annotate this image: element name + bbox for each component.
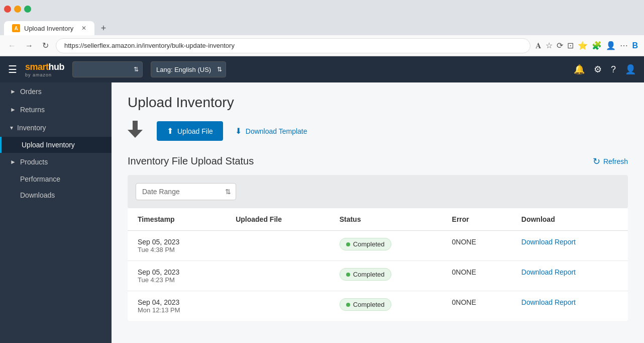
table-row: Sep 05, 2023 Tue 4:23 PM Completed 0NONE: [128, 261, 628, 291]
sidebar-inventory-label: Inventory: [17, 124, 46, 132]
date-range-select[interactable]: Date Range: [136, 183, 236, 200]
upload-file-button[interactable]: ⬆ Upload File: [157, 121, 223, 141]
sidebar-item-returns[interactable]: ► Returns: [0, 101, 112, 119]
orders-chevron-icon: ►: [10, 88, 16, 95]
read-aloud-icon[interactable]: 𝐀: [535, 41, 542, 50]
forward-button[interactable]: →: [23, 39, 35, 52]
sidebar-downloads-label: Downloads: [20, 191, 55, 199]
sidebar-item-upload-inventory[interactable]: Upload Inventory: [0, 137, 112, 153]
tab-title: Upload Inventory: [24, 25, 77, 32]
col-uploaded-file: Uploaded File: [226, 208, 330, 231]
cell-error: 0NONE: [442, 291, 511, 321]
status-badge: Completed: [340, 238, 391, 250]
maximize-window-button[interactable]: [24, 6, 31, 13]
address-bar[interactable]: https://sellerflex.amazon.in/inventory/b…: [56, 38, 530, 53]
browser-controls[interactable]: [4, 6, 31, 13]
refresh-button[interactable]: ↻ Refresh: [593, 156, 628, 167]
timestamp-time: Mon 12:13 PM: [138, 306, 216, 314]
help-icon[interactable]: ?: [611, 64, 616, 75]
status-label: Completed: [353, 271, 385, 278]
minimize-window-button[interactable]: [14, 6, 21, 13]
user-icon[interactable]: 👤: [625, 64, 636, 75]
inventory-chevron-icon: ▾: [10, 124, 13, 131]
browser-addressbar: ← → ↻ https://sellerflex.amazon.in/inven…: [0, 35, 644, 56]
timestamp-date: Sep 05, 2023: [138, 268, 216, 276]
timestamp-date: Sep 05, 2023: [138, 238, 216, 246]
col-download: Download: [511, 208, 628, 231]
sidebar-performance-label: Performance: [20, 175, 60, 183]
refresh-label: Refresh: [603, 157, 628, 165]
lang-selector-wrapper[interactable]: Lang: English (US): [151, 61, 226, 77]
svg-marker-1: [128, 130, 143, 138]
extensions-icon[interactable]: 🧩: [592, 41, 602, 50]
upload-file-label: Upload File: [177, 127, 213, 135]
close-window-button[interactable]: [4, 6, 11, 13]
cell-download: Download Report: [511, 261, 628, 291]
status-dot-icon: [346, 273, 350, 277]
upload-arrow-icon: [128, 121, 143, 141]
download-template-icon: ⬇: [235, 126, 242, 136]
app-topbar: ☰ smarthub by amazon Lang: English (US) …: [0, 56, 644, 82]
store-selector-wrapper[interactable]: [72, 61, 143, 77]
hamburger-menu-button[interactable]: ☰: [8, 63, 17, 75]
sidebar-item-products[interactable]: ► Products: [0, 153, 112, 171]
refresh-icon[interactable]: ⟳: [557, 41, 563, 50]
sidebar-item-downloads[interactable]: Downloads: [0, 187, 112, 203]
col-error: Error: [442, 208, 511, 231]
status-table: Timestamp Uploaded File Status Error Dow…: [128, 208, 628, 321]
cell-error: 0NONE: [442, 261, 511, 291]
filter-bar: Date Range: [128, 175, 628, 208]
download-template-button[interactable]: ⬇ Download Template: [235, 126, 307, 136]
back-button[interactable]: ←: [6, 39, 18, 52]
sidebar: ► Orders ► Returns ▾ Inventory Upload In…: [0, 82, 112, 343]
download-report-link[interactable]: Download Report: [521, 268, 576, 276]
col-timestamp: Timestamp: [128, 208, 226, 231]
sidebar-returns-label: Returns: [20, 106, 45, 114]
split-screen-icon[interactable]: ⊡: [567, 41, 574, 50]
settings-icon[interactable]: ⚙: [594, 64, 602, 75]
cell-timestamp: Sep 05, 2023 Tue 4:38 PM: [128, 231, 226, 261]
table-header-row: Timestamp Uploaded File Status Error Dow…: [128, 208, 628, 231]
tab-favicon: A: [12, 24, 20, 32]
lang-selector[interactable]: Lang: English (US): [151, 61, 226, 77]
browser-tab-active[interactable]: A Upload Inventory ✕: [4, 21, 94, 35]
refresh-icon: ↻: [593, 156, 600, 167]
section-title: Inventory File Upload Status: [128, 155, 254, 167]
download-report-link[interactable]: Download Report: [521, 298, 576, 306]
reload-button[interactable]: ↻: [40, 39, 51, 52]
timestamp-time: Tue 4:23 PM: [138, 276, 216, 284]
download-template-label: Download Template: [246, 127, 307, 135]
profile-icon[interactable]: 👤: [606, 41, 616, 50]
download-report-link[interactable]: Download Report: [521, 238, 576, 246]
timestamp-date: Sep 04, 2023: [138, 298, 216, 306]
status-badge: Completed: [340, 268, 391, 281]
sidebar-item-performance[interactable]: Performance: [0, 171, 112, 187]
topbar-icons: 🔔 ⚙ ? 👤: [574, 64, 636, 75]
close-tab-icon[interactable]: ✕: [81, 25, 86, 32]
cell-download: Download Report: [511, 291, 628, 321]
brand-name: smarthub: [25, 62, 64, 72]
browser-tab-bar: A Upload Inventory ✕ +: [0, 18, 644, 35]
brand-sub: by amazon: [25, 72, 52, 77]
date-range-wrapper[interactable]: Date Range: [136, 183, 236, 200]
new-tab-button[interactable]: +: [96, 21, 111, 35]
section-header: Inventory File Upload Status ↻ Refresh: [128, 155, 628, 167]
cell-status: Completed: [330, 261, 442, 291]
browser-right-actions: 𝐀 ☆ ⟳ ⊡ ⭐ 🧩 👤 ⋯ B: [535, 41, 638, 50]
sidebar-item-orders[interactable]: ► Orders: [0, 82, 112, 101]
sidebar-item-inventory[interactable]: ▾ Inventory: [0, 119, 112, 137]
more-icon[interactable]: ⋯: [620, 41, 628, 50]
cell-timestamp: Sep 05, 2023 Tue 4:23 PM: [128, 261, 226, 291]
upload-icon: ⬆: [167, 126, 173, 136]
notifications-icon[interactable]: 🔔: [574, 64, 585, 75]
app-container: ► Orders ► Returns ▾ Inventory Upload In…: [0, 82, 644, 343]
collections-icon[interactable]: ⭐: [578, 41, 588, 50]
cell-uploaded-file: [226, 291, 330, 321]
edge-icon: B: [632, 41, 638, 50]
favorites-icon[interactable]: ☆: [546, 41, 553, 50]
status-badge: Completed: [340, 298, 391, 311]
status-dot-icon: [346, 242, 350, 246]
store-selector[interactable]: [72, 61, 143, 77]
brand-hub: hub: [49, 62, 65, 72]
page-title: Upload Inventory: [128, 95, 628, 111]
